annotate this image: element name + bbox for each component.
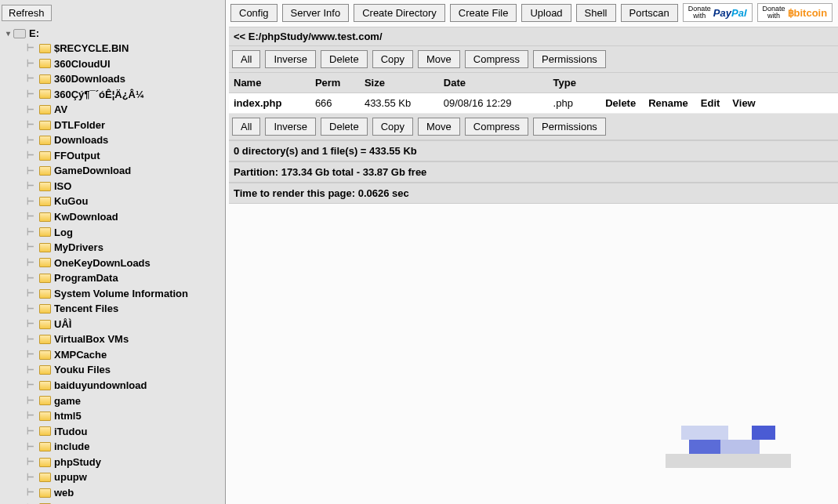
cell-actions: DeleteRenameEditView [594,93,838,114]
portscan-button[interactable]: Portscan [621,4,678,22]
row-delete[interactable]: Delete [599,97,642,109]
folder-icon [39,121,51,130]
refresh-button[interactable]: Refresh [2,5,52,21]
tree-branch-icon: ⊢ [27,334,34,346]
tree-folder[interactable]: ⊢AV [27,102,225,118]
select-all-button[interactable]: All [232,50,260,68]
folder-label: FFOutput [54,149,100,163]
row-edit[interactable]: Edit [695,97,727,109]
folder-label: wwwroot [54,501,98,504]
col-perm[interactable]: Perm [310,73,360,93]
tree-folder[interactable]: ⊢MyDrivers [27,240,225,256]
folder-label: UÅÌ [54,317,71,332]
tree-folder[interactable]: ⊢360CloudUI [27,56,225,72]
table-row[interactable]: index.php666433.55 Kb09/08/16 12:29.phpD… [229,93,838,114]
serverinfo-button[interactable]: Server Info [282,4,350,22]
tree-folder[interactable]: ⊢game [27,393,225,409]
folder-label: baiduyundownload [54,379,147,393]
inverse-button[interactable]: Inverse [265,118,316,136]
tree-branch-icon: ⊢ [27,410,34,422]
drive-label: E: [29,27,39,39]
folder-icon [39,381,51,390]
folder-icon [39,488,51,498]
folder-icon [39,151,51,161]
delete-button[interactable]: Delete [321,118,368,136]
tree-folder[interactable]: ⊢include [27,439,225,455]
tree-folder[interactable]: ⊢ISO [27,179,225,194]
createdir-button[interactable]: Create Directory [354,4,445,22]
tree-folder[interactable]: ⊢baiduyundownload [27,378,225,393]
config-button[interactable]: Config [230,4,278,22]
sidebar: Refresh ▾ E: ⊢$RECYCLE.BIN⊢360CloudUI⊢36… [0,0,226,504]
tree-folder[interactable]: ⊢KuGou [27,194,225,209]
tree-folder[interactable]: ⊢GameDownload [27,163,225,179]
tree-folder[interactable]: ⊢phpStudy [27,455,225,470]
col-size[interactable]: Size [360,73,439,93]
permissions-button[interactable]: Permissions [533,50,606,68]
shell-button[interactable]: Shell [576,4,616,22]
folder-label: ProgramData [54,271,118,285]
compress-button[interactable]: Compress [465,118,528,136]
tree-folder[interactable]: ⊢360Çý¶¯´óÊ¦Ä¿Â¼ [27,87,225,103]
tree-folder[interactable]: ⊢Log [27,225,225,241]
row-view[interactable]: View [726,97,761,109]
inverse-button[interactable]: Inverse [265,50,316,68]
folder-label: System Volume Information [54,287,188,301]
folder-label: game [54,394,81,408]
copy-button[interactable]: Copy [372,118,413,136]
tree-folder[interactable]: ⊢360Downloads [27,71,225,87]
copy-button[interactable]: Copy [372,50,413,68]
folder-icon [39,442,51,451]
compress-button[interactable]: Compress [465,50,528,68]
folder-label: web [54,486,74,500]
col-name[interactable]: Name [229,73,310,93]
move-button[interactable]: Move [418,50,460,68]
tree-folder[interactable]: ⊢web [27,485,225,501]
tree-folder[interactable]: ⊢Tencent Files [27,301,225,317]
folder-label: OneKeyDownLoads [54,256,151,270]
permissions-button[interactable]: Permissions [533,118,606,136]
folder-icon [39,274,51,283]
tree-folder[interactable]: ⊢Downloads [27,132,225,148]
tree-folder[interactable]: ⊢Youku Files [27,362,225,378]
tree-folder[interactable]: ⊢UÅÌ [27,317,225,332]
breadcrumb-path[interactable]: << E:/phpStudy/www.test.com/ [229,27,838,46]
tree-branch-icon: ⊢ [27,273,34,285]
select-all-button[interactable]: All [232,118,260,136]
upload-button[interactable]: Upload [521,4,571,22]
tree-folder[interactable]: ⊢System Volume Information [27,286,225,302]
collapse-icon[interactable]: ▾ [6,29,10,38]
tree-folder[interactable]: ⊢ProgramData [27,270,225,286]
tree-branch-icon: ⊢ [27,349,34,361]
col-type[interactable]: Type [549,73,595,93]
status-summary: 0 directory(s) and 1 file(s) = 433.55 Kb [229,140,838,161]
tree-branch-icon: ⊢ [27,227,34,238]
tree-folder[interactable]: ⊢$RECYCLE.BIN [27,41,225,56]
tree-folder[interactable]: ⊢DTLFolder [27,118,225,133]
tree-root[interactable]: ▾ E: [6,27,225,39]
tree-folder[interactable]: ⊢html5 [27,408,225,424]
tree-branch-icon: ⊢ [27,487,34,499]
col-date[interactable]: Date [439,73,549,93]
tree-branch-icon: ⊢ [27,241,34,253]
cell-name: index.php [229,93,310,114]
tree-folder[interactable]: ⊢FFOutput [27,148,225,164]
donate-paypal-button[interactable]: Donatewith PayPal [683,3,753,22]
folder-label: MyDrivers [54,241,103,255]
tree-folder[interactable]: ⊢iTudou [27,424,225,440]
tree-folder[interactable]: ⊢OneKeyDownLoads [27,256,225,271]
folder-icon [39,412,51,421]
tree-folder[interactable]: ⊢VirtualBox VMs [27,332,225,347]
tree-folder[interactable]: ⊢wwwroot [27,500,225,504]
tree-folder[interactable]: ⊢upupw [27,470,225,485]
action-bar-bottom: All Inverse Delete Copy Move Compress Pe… [229,114,838,140]
donate-bitcoin-button[interactable]: Donatewith ฿bitcoin [757,3,833,22]
delete-button[interactable]: Delete [321,50,368,68]
createfile-button[interactable]: Create File [450,4,517,22]
drive-icon [13,29,26,38]
tree-folder[interactable]: ⊢XMPCache [27,347,225,363]
move-button[interactable]: Move [418,118,460,136]
tree-folder[interactable]: ⊢KwDownload [27,209,225,225]
row-rename[interactable]: Rename [642,97,695,109]
folder-label: $RECYCLE.BIN [54,42,129,56]
